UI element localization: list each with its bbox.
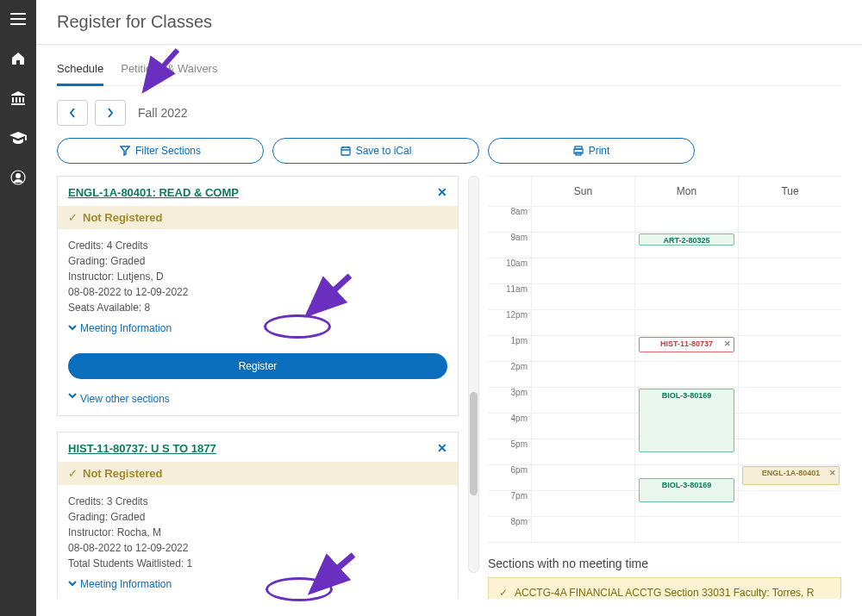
institution-icon[interactable]: [8, 88, 28, 109]
grading: Grading: Graded: [68, 509, 447, 525]
time-label: 12pm: [488, 309, 531, 335]
term-label: Fall 2022: [138, 106, 188, 120]
chevron-down-icon: [68, 325, 77, 332]
time-label: 8am: [488, 206, 531, 232]
svg-rect-2: [341, 147, 350, 155]
close-icon[interactable]: ✕: [724, 339, 731, 348]
chevron-down-icon: [68, 393, 77, 400]
day-col-mon: ART-2-80325HIST-11-80737✕BIOL-3-80169BIO…: [634, 206, 738, 542]
graduation-icon[interactable]: [8, 128, 28, 148]
waitlisted: Total Students Waitlisted: 1: [68, 556, 447, 571]
time-label: 7pm: [488, 490, 531, 516]
course-list: ENGL-1A-80401: READ & COMP ✕ ✓ Not Regis…: [57, 176, 462, 599]
grading: Grading: Graded: [68, 253, 447, 269]
column-divider[interactable]: [472, 176, 478, 599]
register-button[interactable]: Register: [68, 353, 447, 379]
close-icon[interactable]: ✕: [829, 469, 836, 477]
time-label: 5pm: [488, 439, 531, 464]
meeting-info-toggle[interactable]: Meeting Information: [68, 576, 172, 592]
check-icon: ✓: [499, 587, 508, 599]
time-label: 8pm: [488, 516, 531, 542]
event-biol2[interactable]: BIOL-3-80169: [639, 478, 734, 502]
tab-petitions[interactable]: Petitions & Waivers: [121, 53, 217, 85]
credits: Credits: 4 Credits: [68, 238, 447, 253]
print-icon: [573, 146, 584, 156]
status-text: Not Registered: [83, 211, 162, 224]
time-label: 3pm: [488, 387, 531, 413]
calendar-panel: Sun Mon Tue 8am9am10am11am12pm1pm2pm3pm4…: [488, 176, 841, 599]
check-icon: ✓: [68, 467, 78, 480]
time-label: 1pm: [488, 335, 531, 361]
svg-point-1: [16, 173, 21, 178]
event-biol1[interactable]: BIOL-3-80169: [639, 389, 734, 452]
day-header-sun: Sun: [531, 177, 634, 206]
print-button[interactable]: Print: [488, 138, 695, 164]
dates: 08-08-2022 to 12-09-2022: [68, 284, 447, 300]
time-column: 8am9am10am11am12pm1pm2pm3pm4pm5pm6pm7pm8…: [488, 206, 531, 542]
save-ical-button[interactable]: Save to iCal: [272, 138, 479, 164]
day-header-mon: Mon: [634, 177, 738, 206]
instructor: Instructor: Lutjens, D: [68, 269, 447, 284]
tab-schedule[interactable]: Schedule: [57, 53, 103, 86]
day-col-tue: ENGL-1A-80401✕: [738, 206, 841, 542]
dates: 08-08-2022 to 12-09-2022: [68, 540, 447, 556]
time-label: 11am: [488, 283, 531, 309]
calendar-icon: [340, 146, 351, 156]
close-icon[interactable]: ✕: [437, 185, 447, 199]
course-link[interactable]: HIST-11-80737: U S TO 1877: [68, 442, 216, 455]
event-art[interactable]: ART-2-80325: [639, 233, 734, 246]
time-label: 4pm: [488, 413, 531, 439]
credits: Credits: 3 Credits: [68, 494, 447, 509]
term-next-button[interactable]: [95, 100, 126, 126]
home-icon[interactable]: [8, 48, 28, 69]
no-meeting-item[interactable]: ✓ ACCTG-4A FINANCIAL ACCTG Section 33031…: [488, 577, 841, 599]
no-meeting-heading: Sections with no meeting time: [488, 553, 841, 577]
scrollbar-thumb[interactable]: [470, 392, 478, 495]
tabs: Schedule Petitions & Waivers: [57, 53, 841, 86]
filter-icon: [120, 146, 130, 156]
day-header-tue: Tue: [738, 177, 841, 206]
check-icon: ✓: [68, 211, 78, 224]
course-card-hist: HIST-11-80737: U S TO 1877 ✕ ✓ Not Regis…: [57, 432, 459, 599]
scrollbar[interactable]: [468, 176, 479, 573]
meeting-info-toggle[interactable]: Meeting Information: [68, 320, 172, 336]
seats: Seats Available: 8: [68, 300, 447, 315]
day-col-sun: [531, 206, 634, 542]
status-text: Not Registered: [83, 467, 162, 480]
chevron-down-icon: [68, 581, 77, 588]
page-title: Register for Classes: [36, 0, 862, 44]
course-card-engl: ENGL-1A-80401: READ & COMP ✕ ✓ Not Regis…: [57, 176, 459, 416]
term-prev-button[interactable]: [57, 100, 88, 126]
time-label: 10am: [488, 258, 531, 283]
hamburger-icon[interactable]: [8, 9, 28, 29]
close-icon[interactable]: ✕: [437, 441, 447, 455]
instructor: Instructor: Rocha, M: [68, 525, 447, 540]
course-link[interactable]: ENGL-1A-80401: READ & COMP: [68, 186, 239, 199]
time-label: 2pm: [488, 361, 531, 387]
time-label: 6pm: [488, 464, 531, 490]
event-hist[interactable]: HIST-11-80737✕: [639, 337, 734, 352]
time-label: 9am: [488, 232, 531, 258]
event-engl[interactable]: ENGL-1A-80401✕: [742, 466, 840, 485]
sidebar: [0, 0, 36, 616]
user-icon[interactable]: [8, 167, 28, 188]
filter-sections-button[interactable]: Filter Sections: [57, 138, 264, 164]
view-other-sections[interactable]: View other sections: [58, 386, 180, 415]
